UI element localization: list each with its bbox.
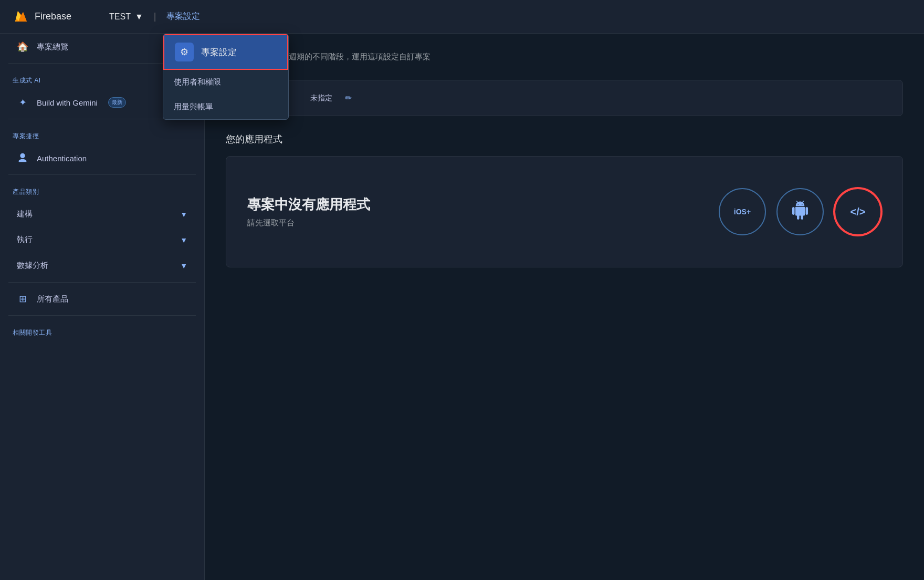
ios-platform-button[interactable]: iOS+ xyxy=(719,188,766,235)
sidebar-item-build[interactable]: 建構 ▼ xyxy=(4,202,200,226)
firebase-logo-icon xyxy=(13,8,29,25)
gemini-icon: ✦ xyxy=(17,97,28,108)
dropdown-menu: ⚙ 專案設定 使用者和權限 用量與帳單 xyxy=(163,34,289,120)
authentication-icon xyxy=(17,152,28,164)
authentication-label: Authentication xyxy=(37,154,87,163)
apps-card: 專案中沒有應用程式 請先選取平台 iOS+ </> xyxy=(226,156,903,267)
dropdown-item-users[interactable]: 使用者和權限 xyxy=(163,70,288,95)
dropdown-billing-label: 用量與帳單 xyxy=(174,102,213,111)
build-label: 建構 xyxy=(17,209,33,219)
firebase-title: Firebase xyxy=(35,11,71,22)
run-label: 執行 xyxy=(17,235,33,245)
sidebar-divider-5 xyxy=(8,315,196,316)
ios-button-label: iOS+ xyxy=(734,208,751,216)
new-badge: 最新 xyxy=(108,97,126,108)
android-icon xyxy=(791,201,810,223)
web-button-label: </> xyxy=(850,206,866,218)
no-apps-subtitle: 請先選取平台 xyxy=(247,218,370,228)
home-icon: 🏠 xyxy=(17,41,28,53)
build-gemini-label: Build with Gemini xyxy=(37,98,98,107)
build-chevron-icon: ▼ xyxy=(180,210,187,219)
page-description: 按照應用程式生命週期的不同階段，運用這項設定自訂專案 xyxy=(226,50,903,63)
web-platform-button[interactable]: </> xyxy=(834,188,881,235)
dropdown-users-label: 使用者和權限 xyxy=(174,77,221,86)
analytics-chevron-icon: ▼ xyxy=(180,262,187,270)
dropdown-item-billing[interactable]: 用量與帳單 xyxy=(163,95,288,119)
nav-settings-link[interactable]: 專案設定 xyxy=(160,8,206,25)
sidebar-item-analytics[interactable]: 數據分析 ▼ xyxy=(4,253,200,278)
gear-circle-icon: ⚙ xyxy=(175,43,194,61)
sidebar-divider-4 xyxy=(8,282,196,283)
sidebar-divider-3 xyxy=(8,174,196,175)
env-card: 環境類型 未指定 ✏ xyxy=(226,80,903,116)
main-content: 按照應用程式生命週期的不同階段，運用這項設定自訂專案 環境類型 未指定 ✏ 您的… xyxy=(205,34,924,580)
your-apps-title: 您的應用程式 xyxy=(226,133,903,146)
run-chevron-icon: ▼ xyxy=(180,236,187,244)
logo-area: Firebase xyxy=(13,8,71,25)
product-section-label: 產品類別 xyxy=(0,179,204,201)
apps-empty-text: 專案中沒有應用程式 請先選取平台 xyxy=(247,195,370,228)
dropdown-settings-label: 專案設定 xyxy=(201,46,237,58)
dev-tools-section-label: 相關開發工具 xyxy=(0,320,204,341)
env-value: 未指定 xyxy=(310,94,332,103)
analytics-label: 數據分析 xyxy=(17,261,48,271)
sidebar-item-authentication[interactable]: Authentication xyxy=(4,146,200,170)
dropdown-item-settings[interactable]: ⚙ 專案設定 xyxy=(163,34,288,70)
gear-icon: ⚙ xyxy=(180,46,188,58)
sidebar-item-run[interactable]: 執行 ▼ xyxy=(4,227,200,252)
project-selector-chevron: ▼ xyxy=(135,12,143,22)
sidebar-project-overview-label: 專案總覽 xyxy=(37,42,68,52)
project-name: TEST xyxy=(109,12,131,22)
android-platform-button[interactable] xyxy=(776,188,824,235)
nav-separator: | xyxy=(154,11,156,22)
grid-icon: ⊞ xyxy=(17,293,28,305)
sidebar-item-all-products[interactable]: ⊞ 所有產品 xyxy=(4,287,200,311)
project-selector[interactable]: TEST ▼ xyxy=(103,9,150,25)
env-edit-icon[interactable]: ✏ xyxy=(345,93,352,103)
platform-buttons: iOS+ </> xyxy=(719,188,881,235)
top-nav: Firebase TEST ▼ | 專案設定 xyxy=(0,0,924,34)
shortcuts-section-label: 專案捷徑 xyxy=(0,123,204,145)
env-row: 環境類型 未指定 ✏ xyxy=(239,93,890,103)
all-products-label: 所有產品 xyxy=(37,294,68,304)
no-apps-title: 專案中沒有應用程式 xyxy=(247,195,370,214)
